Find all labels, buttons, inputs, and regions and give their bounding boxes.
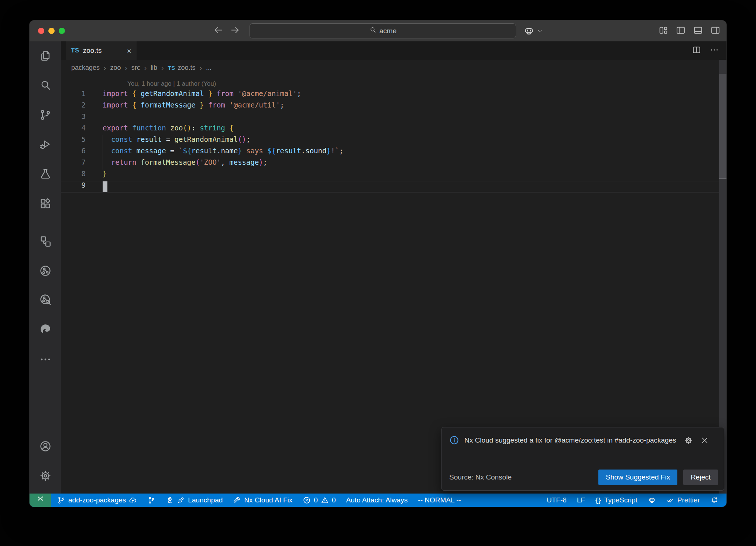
language-status[interactable]: {}TypeScript bbox=[595, 496, 638, 504]
vim-mode-status[interactable]: -- NORMAL -- bbox=[418, 496, 461, 504]
activity-bar-item-more-views[interactable] bbox=[38, 353, 52, 367]
breadcrumb-item-src[interactable]: src bbox=[131, 64, 140, 72]
notification-source: Source: Nx Console bbox=[449, 473, 512, 481]
git-blame-annotation: You, 1 hour ago | 1 author (You) bbox=[127, 78, 216, 89]
problems-status[interactable]: 00 bbox=[303, 496, 336, 504]
code-line-3: 3 bbox=[61, 112, 719, 124]
code-text: import { formatMessage } from '@acme/uti… bbox=[103, 101, 284, 112]
breadcrumb-separator: › bbox=[125, 64, 127, 72]
activity-bar-item-settings[interactable] bbox=[38, 470, 52, 484]
code-text: const message = `${result.name} says ${r… bbox=[103, 147, 343, 158]
activity-bar-item-testing[interactable] bbox=[38, 168, 52, 182]
activity-bar-item-extensions[interactable] bbox=[38, 197, 52, 211]
scm-graph-status[interactable] bbox=[147, 496, 155, 504]
remote-indicator[interactable] bbox=[30, 494, 51, 507]
formatter-status[interactable]: Prettier bbox=[666, 496, 700, 504]
close-tab-icon[interactable]: × bbox=[127, 47, 131, 55]
code-line-4: 4export function zoo(): string { bbox=[61, 124, 719, 135]
copilot-status[interactable] bbox=[648, 496, 656, 504]
activity-bar-item-edge-browser[interactable] bbox=[38, 323, 52, 337]
launchpad-status[interactable]: Launchpad bbox=[166, 496, 223, 504]
notifications-bell[interactable] bbox=[710, 496, 718, 504]
git-branch-status[interactable]: add-zoo-packages bbox=[57, 496, 137, 504]
breadcrumb-label: zoo.ts bbox=[178, 64, 196, 72]
activity-bar-item-source-control[interactable] bbox=[38, 109, 52, 123]
check-double-icon bbox=[666, 496, 674, 504]
command-center-value: acme bbox=[379, 27, 396, 35]
breadcrumb-item-zoo-ts[interactable]: TSzoo.ts bbox=[168, 64, 195, 72]
code-text: return formatMessage('ZOO', message); bbox=[103, 158, 267, 170]
breadcrumb-label: zoo bbox=[110, 64, 121, 72]
breadcrumb-item-lib[interactable]: lib bbox=[151, 64, 157, 72]
code-line-2: 2import { formatMessage } from '@acme/ut… bbox=[61, 101, 719, 112]
notification-message: Nx Cloud suggested a fix for @acme/zoo:t… bbox=[464, 433, 680, 447]
toggle-panel-button[interactable] bbox=[693, 25, 703, 37]
notification-close-icon[interactable] bbox=[700, 436, 709, 446]
code-line-8: 8} bbox=[61, 170, 719, 181]
nx-console-icon bbox=[39, 265, 52, 279]
close-window-button[interactable] bbox=[38, 28, 44, 34]
scm-graph-icon bbox=[147, 496, 155, 504]
navigate-back-button[interactable] bbox=[213, 25, 223, 37]
breadcrumb-item-zoo[interactable]: zoo bbox=[110, 64, 121, 72]
line-number: 4 bbox=[61, 124, 86, 135]
encoding-status[interactable]: UTF-8 bbox=[547, 496, 567, 504]
activity-bar-item-run-and-debug[interactable] bbox=[38, 138, 52, 152]
nx-cloud-icon bbox=[39, 293, 52, 307]
reject-button[interactable]: Reject bbox=[683, 470, 718, 485]
nx-workspace-icon bbox=[39, 235, 52, 249]
activity-bar-item-search[interactable] bbox=[38, 79, 52, 93]
chevron-down-icon bbox=[537, 28, 543, 34]
code-line-1: 1import { getRandomAnimal } from '@acme/… bbox=[61, 89, 719, 101]
breadcrumb-item--[interactable]: ... bbox=[206, 64, 212, 72]
nx-cloud-ai-fix-status[interactable]: Nx Cloud AI Fix bbox=[233, 496, 292, 504]
cloud-upload-icon bbox=[129, 496, 137, 504]
code-line-5: 5 const result = getRandomAnimal(); bbox=[61, 135, 719, 147]
debug-icon bbox=[39, 138, 52, 152]
activity-bar-item-explorer[interactable] bbox=[38, 50, 52, 64]
breadcrumb-label: packages bbox=[71, 64, 100, 72]
line-number: 6 bbox=[61, 147, 86, 158]
customize-layout-button[interactable] bbox=[658, 25, 669, 37]
toggle-secondary-sidebar-button[interactable] bbox=[710, 25, 721, 37]
activity-bar-item-nx-workspace[interactable] bbox=[38, 235, 52, 249]
tab-label: zoo.ts bbox=[83, 47, 102, 55]
vscode-window: acme TS zoo.ts × bbox=[30, 20, 726, 507]
breadcrumb-label: lib bbox=[151, 64, 157, 72]
eol-status[interactable]: LF bbox=[577, 496, 585, 504]
status-label: -- NORMAL -- bbox=[418, 496, 461, 504]
command-center-search[interactable]: acme bbox=[250, 23, 516, 38]
split-editor-button[interactable] bbox=[692, 45, 701, 56]
rocket-icon bbox=[166, 496, 174, 504]
line-number: 7 bbox=[61, 158, 86, 170]
show-suggested-fix-button[interactable]: Show Suggested Fix bbox=[598, 470, 677, 485]
activity-bar-item-nx-cloud[interactable] bbox=[38, 293, 52, 307]
auto-attach-status[interactable]: Auto Attach: Always bbox=[346, 496, 408, 504]
breadcrumb-separator: › bbox=[200, 64, 202, 72]
zoom-window-button[interactable] bbox=[59, 28, 65, 34]
code-editor[interactable]: You, 1 hour ago | 1 author (You)1import … bbox=[61, 78, 719, 192]
bell-dot-icon bbox=[710, 496, 718, 504]
notification-settings-gear-icon[interactable] bbox=[684, 436, 693, 446]
breadcrumb-label: ... bbox=[206, 64, 212, 72]
line-number: 3 bbox=[61, 112, 86, 124]
status-label: Launchpad bbox=[188, 496, 223, 504]
activity-bar-item-accounts[interactable] bbox=[38, 440, 52, 454]
tab-zoo-ts[interactable]: TS zoo.ts × bbox=[66, 41, 137, 60]
code-line-9: 9 bbox=[61, 181, 719, 192]
breadcrumb-item-packages[interactable]: packages bbox=[71, 64, 100, 72]
navigate-forward-button[interactable] bbox=[230, 25, 240, 37]
error-icon bbox=[303, 496, 311, 504]
editor-cursor bbox=[103, 181, 107, 192]
activity-bar-item-nx-console[interactable] bbox=[38, 265, 52, 279]
ellipsis-icon bbox=[39, 353, 52, 367]
editor-more-actions-button[interactable] bbox=[709, 45, 719, 56]
typescript-file-icon: TS bbox=[168, 65, 175, 71]
copilot-menu-button[interactable] bbox=[523, 20, 543, 41]
toggle-primary-sidebar-button[interactable] bbox=[676, 25, 686, 37]
code-line-7: 7 return formatMessage('ZOO', message); bbox=[61, 158, 719, 170]
scrollbar-thumb[interactable] bbox=[719, 74, 726, 179]
beaker-icon bbox=[39, 168, 52, 182]
settings-gear-icon bbox=[39, 470, 52, 484]
minimize-window-button[interactable] bbox=[48, 28, 55, 34]
